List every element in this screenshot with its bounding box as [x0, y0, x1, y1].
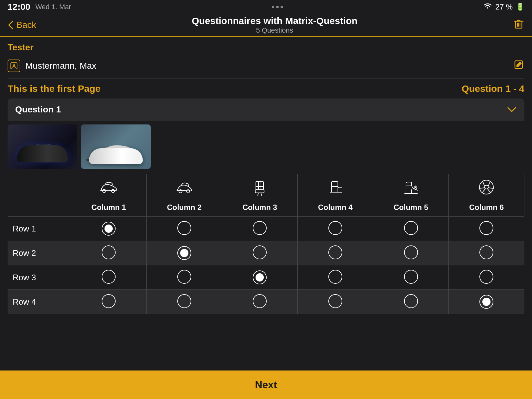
radio-cell-r3-c6 — [449, 265, 524, 290]
col-5-icon — [376, 177, 446, 200]
radio-button-r1-c6[interactable] — [479, 221, 493, 235]
radio-button-r3-c3[interactable] — [253, 270, 267, 284]
radio-button-r2-c2[interactable] — [177, 246, 191, 260]
dot-1 — [272, 6, 274, 8]
radio-button-r4-c4[interactable] — [328, 294, 342, 308]
radio-cell-r2-c3 — [222, 241, 298, 265]
status-time: 12:00 — [8, 2, 30, 12]
status-time-date: 12:00 Wed 1. Mar — [8, 2, 71, 12]
radio-cell-r3-c2 — [147, 265, 222, 290]
radio-cell-r1-c4 — [298, 217, 373, 241]
radio-cell-r1-c3 — [222, 217, 298, 241]
radio-button-r1-c3[interactable] — [253, 221, 267, 235]
images-row — [8, 121, 524, 174]
col-4-label: Column 4 — [318, 203, 352, 212]
svg-point-26 — [479, 180, 493, 194]
radio-button-r2-c4[interactable] — [328, 245, 342, 259]
divider-1 — [8, 79, 524, 79]
svg-point-27 — [484, 185, 488, 189]
radio-button-r1-c2[interactable] — [177, 221, 191, 235]
nav-title-block: Questionnaires with Matrix-Question 5 Qu… — [192, 16, 357, 35]
col-5-label: Column 5 — [394, 203, 428, 212]
radio-cell-r2-c6 — [449, 241, 524, 265]
svg-line-32 — [482, 189, 485, 193]
radio-button-r4-c5[interactable] — [404, 294, 418, 308]
col-4-icon — [300, 177, 370, 200]
col-1-label: Column 1 — [92, 203, 126, 212]
radio-button-r2-c6[interactable] — [479, 245, 493, 259]
back-label: Back — [16, 20, 36, 30]
col-header-2: Column 2 — [147, 174, 222, 217]
radio-cell-r3-c5 — [373, 265, 449, 290]
radio-cell-r4-c3 — [222, 290, 298, 314]
table-row: Row 2 — [8, 241, 524, 265]
svg-point-8 — [54, 155, 59, 159]
radio-cell-r2-c5 — [373, 241, 449, 265]
svg-point-10 — [95, 155, 102, 162]
radio-button-r1-c4[interactable] — [328, 221, 342, 235]
chevron-down-icon[interactable] — [507, 104, 517, 115]
radio-button-r4-c1[interactable] — [102, 294, 116, 308]
car-image-2 — [81, 124, 151, 169]
radio-button-r4-c2[interactable] — [177, 294, 191, 308]
radio-cell-r3-c3 — [222, 265, 298, 290]
tester-row: Mustermann, Max — [8, 56, 524, 76]
radio-cell-r1-c5 — [373, 217, 449, 241]
question-title: Question 1 — [15, 104, 61, 115]
svg-point-7 — [53, 153, 60, 161]
table-row: Row 1 — [8, 217, 524, 241]
radio-cell-r1-c1 — [71, 217, 147, 241]
radio-button-r2-c3[interactable] — [253, 245, 267, 259]
nav-title: Questionnaires with Matrix-Question — [192, 16, 357, 26]
row-label-header — [8, 174, 71, 217]
page-header: This is the first Page Question 1 - 4 — [0, 81, 532, 96]
radio-cell-r4-c2 — [147, 290, 222, 314]
radio-button-r3-c4[interactable] — [328, 270, 342, 284]
col-header-4: Column 4 — [298, 174, 373, 217]
status-date: Wed 1. Mar — [35, 3, 71, 11]
back-button[interactable]: Back — [8, 20, 36, 30]
radio-button-r1-c1[interactable] — [102, 222, 116, 236]
col-3-label: Column 3 — [243, 203, 277, 212]
svg-rect-18 — [256, 181, 263, 190]
row-label-3: Row 3 — [8, 265, 71, 290]
col-6-label: Column 6 — [469, 203, 504, 212]
svg-line-33 — [488, 189, 491, 193]
radio-button-r2-c5[interactable] — [404, 245, 418, 259]
radio-button-r2-c1[interactable] — [102, 245, 116, 259]
radio-button-r3-c2[interactable] — [177, 270, 191, 284]
radio-cell-r4-c4 — [298, 290, 373, 314]
radio-cell-r4-c5 — [373, 290, 449, 314]
table-row: Row 3 — [8, 265, 524, 290]
radio-cell-r3-c1 — [71, 265, 147, 290]
svg-line-21 — [261, 193, 262, 195]
radio-cell-r1-c2 — [147, 217, 222, 241]
radio-button-r4-c6[interactable] — [479, 295, 493, 309]
svg-line-20 — [258, 193, 258, 195]
radio-button-r4-c3[interactable] — [253, 294, 267, 308]
radio-button-r1-c5[interactable] — [404, 221, 418, 235]
svg-point-13 — [129, 156, 132, 160]
next-button[interactable]: Next — [0, 370, 532, 399]
status-center-dots — [272, 6, 283, 8]
col-2-icon — [149, 177, 219, 200]
col-1-icon — [74, 177, 144, 200]
status-right: 27 % 🔋 — [483, 3, 524, 11]
page-title: This is the first Page — [8, 83, 100, 94]
radio-cell-r1-c6 — [449, 217, 524, 241]
radio-button-r3-c6[interactable] — [479, 270, 493, 284]
svg-line-30 — [479, 188, 484, 188]
svg-point-11 — [97, 156, 100, 160]
matrix-container: Column 1 Column 2 — [8, 174, 524, 314]
radio-button-r3-c1[interactable] — [102, 270, 116, 284]
battery-icon: 🔋 — [516, 3, 524, 11]
trash-button[interactable] — [513, 18, 524, 32]
dot-3 — [281, 6, 283, 8]
table-row: Row 4 — [8, 290, 524, 314]
edit-button[interactable] — [513, 59, 524, 73]
tester-name: Mustermann, Max — [8, 60, 96, 72]
radio-cell-r4-c6 — [449, 290, 524, 314]
svg-line-31 — [488, 188, 493, 188]
radio-button-r3-c5[interactable] — [404, 270, 418, 284]
svg-point-14 — [103, 189, 106, 193]
